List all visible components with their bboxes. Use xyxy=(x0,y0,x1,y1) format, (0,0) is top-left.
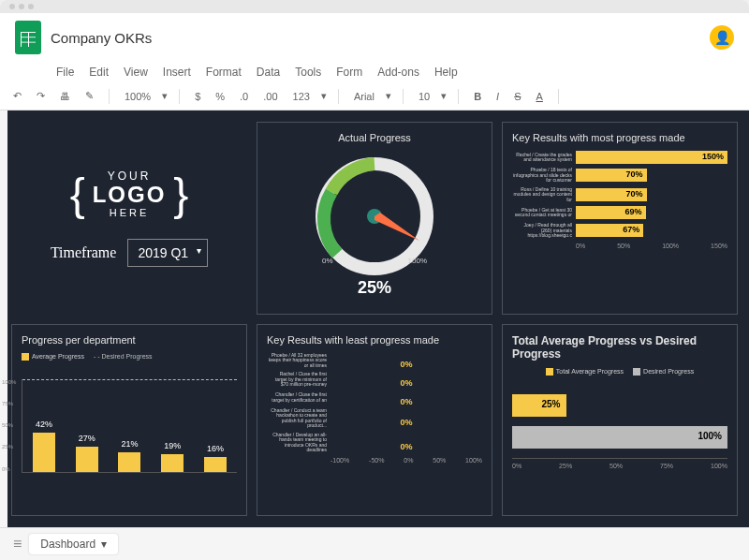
dashboard-canvas: { YOUR LOGO HERE } Timeframe 2019 Q1 Act… xyxy=(0,111,749,527)
hbar-row: Rachel / Close the first target by the m… xyxy=(267,372,482,388)
undo-icon[interactable]: ↶ xyxy=(9,88,25,104)
percent-icon[interactable]: % xyxy=(212,89,228,104)
font-select[interactable]: Arial xyxy=(350,89,378,104)
timeframe-label: Timeframe xyxy=(51,244,117,261)
menu-tools[interactable]: Tools xyxy=(295,66,321,79)
menu-edit[interactable]: Edit xyxy=(89,66,109,79)
timeframe-select[interactable]: 2019 Q1 xyxy=(127,239,208,267)
window-dot[interactable] xyxy=(19,4,24,9)
number-format[interactable]: 123 xyxy=(289,89,314,104)
document-title[interactable]: Company OKRs xyxy=(51,30,152,46)
svg-marker-2 xyxy=(374,213,419,241)
chevron-down-icon[interactable]: ▾ xyxy=(101,538,107,551)
logo-panel: { YOUR LOGO HERE } Timeframe 2019 Q1 xyxy=(11,122,247,315)
gauge-max: 100% xyxy=(408,257,427,265)
menu-format[interactable]: Format xyxy=(206,66,242,79)
compare-bar-a: 25% xyxy=(512,394,566,417)
zoom-select[interactable]: 100% xyxy=(121,89,154,104)
menu-data[interactable]: Data xyxy=(257,66,280,79)
vbar: 19% HR xyxy=(161,454,184,472)
sheets-menu-icon[interactable]: ≡ xyxy=(13,536,22,553)
window-dot[interactable] xyxy=(28,4,34,9)
vbar: 42% Education xyxy=(33,433,55,472)
gauge-title: Actual Progress xyxy=(267,132,482,143)
app-header: Company OKRs 👤 xyxy=(0,13,749,62)
gauge-min: 0% xyxy=(322,257,333,265)
top-kr-title: Key Results with most progress made xyxy=(512,132,727,143)
menu-addons[interactable]: Add-ons xyxy=(377,66,419,79)
compare-panel: Total Average Progress vs Desired Progre… xyxy=(502,324,738,517)
strike-icon[interactable]: S xyxy=(510,89,524,104)
vbar: 27% Marketing xyxy=(76,447,98,472)
brace-left-icon: { xyxy=(70,169,85,220)
hbar-row: Phoebe / All 32 employees keeps their ha… xyxy=(267,353,482,369)
print-icon[interactable]: 🖶 xyxy=(56,89,74,104)
low-kr-title: Key Results with least progress made xyxy=(267,334,482,346)
italic-icon[interactable]: I xyxy=(492,89,503,104)
dept-panel: Progress per department Average Progress… xyxy=(11,324,247,517)
currency-icon[interactable]: $ xyxy=(191,89,204,104)
decimal-dec[interactable]: .0 xyxy=(236,89,252,104)
redo-icon[interactable]: ↷ xyxy=(33,88,49,104)
window-titlebar xyxy=(0,0,749,13)
gauge-panel: Actual Progress 0% 100% 25% xyxy=(257,122,492,315)
menu-view[interactable]: View xyxy=(124,66,148,79)
logo-placeholder: { YOUR LOGO HERE } xyxy=(70,169,189,220)
logo-line2: LOGO xyxy=(93,183,167,207)
menu-help[interactable]: Help xyxy=(434,66,458,79)
hbar-row: Ross / Define 10 training modules and de… xyxy=(512,187,727,203)
hbar-row: Rachel / Create the grades and attendanc… xyxy=(512,151,727,164)
hbar-row: Chandler / Conduct a team hackathon to c… xyxy=(267,408,482,429)
dept-title: Progress per department xyxy=(22,334,237,346)
low-kr-panel: Key Results with least progress made Pho… xyxy=(257,324,492,517)
hbar-row: Chandler / Develop an all-hands team mee… xyxy=(267,433,482,453)
sheet-tab-dashboard[interactable]: Dashboard ▾ xyxy=(29,534,118,554)
paint-icon[interactable]: ✎ xyxy=(81,88,97,104)
hbar-row: Chandler / Close the first target by cer… xyxy=(267,391,482,405)
user-avatar[interactable]: 👤 xyxy=(710,25,734,50)
compare-bar-b: 100% xyxy=(512,426,727,449)
sheets-icon[interactable] xyxy=(15,21,41,54)
menu-bar: File Edit View Insert Format Data Tools … xyxy=(0,62,749,82)
toolbar: ↶ ↷ 🖶 ✎ 100%▾ $ % .0 .00 123▾ Arial▾ 10▾… xyxy=(0,82,749,111)
hbar-row: Joey / Read through all (260) materials … xyxy=(512,223,727,239)
hbar-row: Phoebe / 18 tests of infographics and sl… xyxy=(512,168,727,184)
compare-title: Total Average Progress vs Desired Progre… xyxy=(512,334,727,361)
bold-icon[interactable]: B xyxy=(470,89,485,104)
window-dot[interactable] xyxy=(9,4,15,9)
logo-line3: HERE xyxy=(93,207,167,218)
brace-right-icon: } xyxy=(173,169,188,220)
decimal-inc[interactable]: .00 xyxy=(259,89,281,104)
menu-file[interactable]: File xyxy=(56,66,74,79)
fontsize-select[interactable]: 10 xyxy=(415,89,433,104)
text-color-icon[interactable]: A xyxy=(533,89,547,104)
vbar: 16% Finance xyxy=(204,457,227,472)
menu-form[interactable]: Form xyxy=(336,66,362,79)
sheet-tab-bar: ≡ Dashboard ▾ xyxy=(0,527,749,560)
top-kr-panel: Key Results with most progress made Rach… xyxy=(502,122,738,315)
vbar: 21% Support xyxy=(118,452,140,472)
menu-insert[interactable]: Insert xyxy=(163,66,191,79)
hbar-row: Phoebe / Get at least 30 second contact … xyxy=(512,206,727,219)
